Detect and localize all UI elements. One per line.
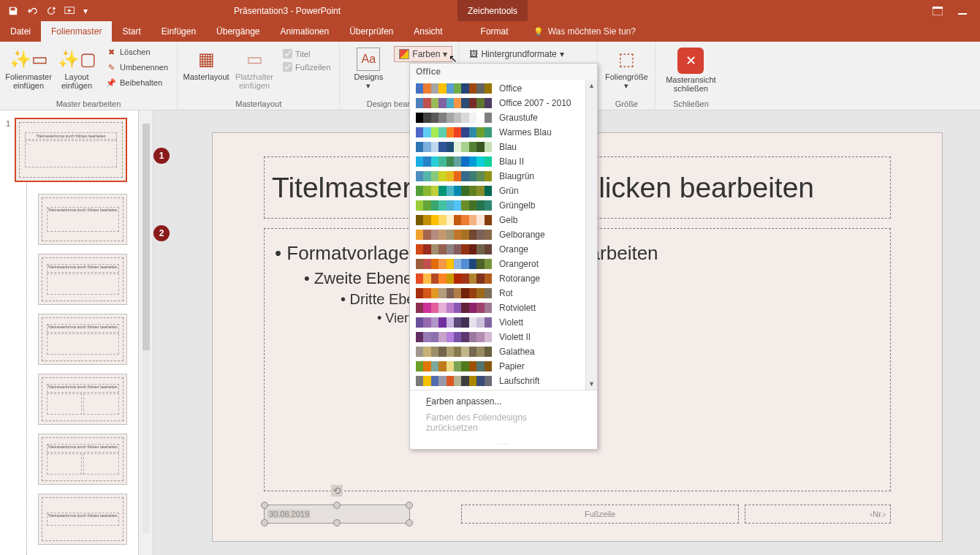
theme-color-row[interactable]: Galathea bbox=[410, 344, 597, 359]
selection-handle[interactable] bbox=[333, 519, 341, 526]
save-icon[interactable] bbox=[4, 2, 22, 20]
tab-review[interactable]: Überprüfen bbox=[339, 21, 403, 42]
theme-color-row[interactable]: Office 2007 - 2010 bbox=[410, 96, 597, 110]
tab-insert[interactable]: Einfügen bbox=[151, 21, 206, 42]
selection-handle[interactable] bbox=[333, 502, 341, 509]
theme-color-row[interactable]: Orangerot bbox=[410, 257, 597, 271]
theme-swatch-strip bbox=[416, 376, 492, 386]
theme-name: Office 2007 - 2010 bbox=[499, 98, 571, 108]
theme-swatch-strip bbox=[416, 361, 492, 371]
footer-placeholder[interactable]: Fußzeile bbox=[461, 505, 739, 524]
svg-rect-2 bbox=[932, 7, 943, 9]
start-from-beginning-icon[interactable] bbox=[61, 2, 79, 20]
theme-name: Office bbox=[499, 83, 522, 94]
close-icon: ✕ bbox=[677, 48, 704, 74]
theme-swatch-strip bbox=[416, 171, 492, 181]
layout-thumbnail[interactable]: Titelmasterformat durch Klicken bearbeit… bbox=[38, 494, 127, 545]
delete-button[interactable]: ✖Löschen bbox=[102, 45, 171, 59]
theme-name: Gelborange bbox=[499, 230, 545, 240]
theme-swatch-strip bbox=[416, 347, 492, 357]
tab-transitions[interactable]: Übergänge bbox=[206, 21, 270, 42]
theme-color-row[interactable]: Grüngelb bbox=[410, 198, 597, 213]
placeholder-icon: ▭ bbox=[243, 48, 266, 71]
layout-thumbnail[interactable]: Titelmasterformat durch Klicken bearbeit… bbox=[38, 194, 127, 245]
layout-thumbnail[interactable]: Titelmasterformat durch Klicken bearbeit… bbox=[38, 314, 127, 365]
theme-color-row[interactable]: Blau bbox=[410, 140, 597, 154]
scroll-up-icon[interactable]: ▲ bbox=[586, 80, 597, 91]
selection-handle[interactable] bbox=[261, 519, 268, 526]
scroll-thumb[interactable] bbox=[143, 124, 150, 350]
designs-button[interactable]: Aa Designs▾ bbox=[346, 45, 391, 93]
tab-file[interactable]: Datei bbox=[0, 21, 41, 42]
selection-handle[interactable] bbox=[261, 502, 268, 509]
redo-icon[interactable] bbox=[42, 2, 60, 20]
theme-color-row[interactable]: Gelborange bbox=[410, 227, 597, 242]
tab-animations[interactable]: Animationen bbox=[270, 21, 339, 42]
insert-layout-button[interactable]: ✨▢ Layout einfügen bbox=[54, 45, 99, 93]
vertical-scrollbar[interactable] bbox=[139, 110, 153, 555]
tell-me-search[interactable]: Was möchten Sie tun? bbox=[533, 21, 636, 42]
theme-swatch-strip bbox=[416, 332, 492, 342]
layout-thumbnail[interactable]: Titelmasterformat durch Klicken bearbeit… bbox=[38, 254, 127, 305]
theme-color-row[interactable]: Graustufe bbox=[410, 110, 597, 125]
minimize-button[interactable] bbox=[949, 2, 976, 20]
theme-color-row[interactable]: Office bbox=[410, 81, 597, 96]
tab-start[interactable]: Start bbox=[112, 21, 151, 42]
resize-grip-icon[interactable]: ···· bbox=[410, 440, 597, 449]
theme-color-row[interactable]: Violett II bbox=[410, 330, 597, 344]
theme-name: Warmes Blau bbox=[499, 127, 552, 137]
group-master-edit: ✨▭ Folienmaster einfügen ✨▢ Layout einfü… bbox=[0, 42, 178, 110]
insert-placeholder-button[interactable]: ▭ Platzhalter einfügen bbox=[232, 45, 277, 93]
slide-size-button[interactable]: ⬚ Foliengröße▾ bbox=[604, 45, 649, 93]
selection-handle[interactable] bbox=[406, 519, 413, 526]
theme-color-row[interactable]: Gelb bbox=[410, 213, 597, 227]
theme-color-row[interactable]: Papier bbox=[410, 359, 597, 374]
background-styles-button[interactable]: 🖼 Hintergrundformate ▾ bbox=[465, 46, 568, 62]
colors-swatch-icon bbox=[399, 49, 409, 59]
insert-slidemaster-button[interactable]: ✨▭ Folienmaster einfügen bbox=[6, 45, 51, 93]
close-master-view-button[interactable]: ✕ Masteransicht schließen bbox=[661, 45, 720, 93]
date-placeholder[interactable]: ⟲ 30.08.2019 bbox=[264, 505, 410, 524]
tab-slidemaster[interactable]: Folienmaster bbox=[41, 21, 112, 42]
rotate-handle-icon[interactable]: ⟲ bbox=[331, 485, 343, 497]
theme-color-row[interactable]: Rotviolett bbox=[410, 301, 597, 315]
title-checkbox[interactable]: Titel bbox=[280, 48, 333, 60]
tab-format[interactable]: Format bbox=[471, 21, 519, 42]
rename-label: Umbenennen bbox=[120, 63, 168, 72]
masterlayout-button[interactable]: ▦ Masterlayout bbox=[183, 45, 229, 93]
preserve-icon: 📌 bbox=[105, 77, 117, 88]
theme-color-row[interactable]: Violett bbox=[410, 315, 597, 330]
undo-icon[interactable] bbox=[23, 2, 41, 20]
layout-thumbnail[interactable]: Titelmasterformat durch Klicken bearbeit… bbox=[38, 434, 127, 485]
theme-color-row[interactable]: Rot bbox=[410, 286, 597, 301]
slide-master-thumbnail[interactable]: 1 Titelmasterformat durch Klicken bearbe… bbox=[15, 118, 127, 182]
theme-colors-dropdown: Office OfficeOffice 2007 - 2010Graustufe… bbox=[409, 63, 598, 450]
theme-color-row[interactable]: Blaugrün bbox=[410, 169, 597, 184]
theme-name: Orangerot bbox=[499, 259, 539, 269]
theme-color-row[interactable]: Laufschrift bbox=[410, 374, 597, 388]
theme-color-row[interactable]: Blau II bbox=[410, 154, 597, 169]
selection-handle[interactable] bbox=[406, 502, 413, 509]
theme-color-row[interactable]: Orange bbox=[410, 242, 597, 257]
customize-colors-item[interactable]: Farben anpassen... bbox=[410, 393, 597, 409]
theme-color-row[interactable]: Grün bbox=[410, 184, 597, 198]
reset-colors-item: Farben des Foliendesigns zurücksetzen bbox=[410, 409, 597, 436]
theme-name: Galathea bbox=[499, 347, 535, 357]
layout-thumbnail[interactable]: Titelmasterformat durch Klicken bearbeit… bbox=[38, 374, 127, 425]
annotation-bubble-1: 1 bbox=[153, 148, 170, 164]
theme-name: Rotorange bbox=[499, 273, 540, 284]
footers-checkbox[interactable]: Fußzeilen bbox=[280, 61, 333, 73]
theme-color-row[interactable]: Warmes Blau bbox=[410, 125, 597, 140]
theme-swatch-strip bbox=[416, 317, 492, 328]
theme-color-row[interactable]: Rotorange bbox=[410, 271, 597, 286]
scroll-down-icon[interactable]: ▼ bbox=[586, 378, 597, 390]
ribbon-display-options-icon[interactable] bbox=[927, 2, 948, 20]
dropdown-scrollbar[interactable]: ▲ ▼ bbox=[585, 80, 597, 390]
preserve-button[interactable]: 📌Beibehalten bbox=[102, 75, 171, 90]
slide-number-placeholder[interactable]: ‹Nr.› bbox=[745, 505, 891, 524]
rename-button[interactable]: ✎Umbenennen bbox=[102, 60, 171, 75]
tab-view[interactable]: Ansicht bbox=[403, 21, 452, 42]
colors-dropdown-button[interactable]: Farben ▾ bbox=[394, 46, 452, 62]
qat-customize-icon[interactable]: ▾ bbox=[80, 2, 91, 20]
theme-swatch-strip bbox=[416, 83, 492, 94]
